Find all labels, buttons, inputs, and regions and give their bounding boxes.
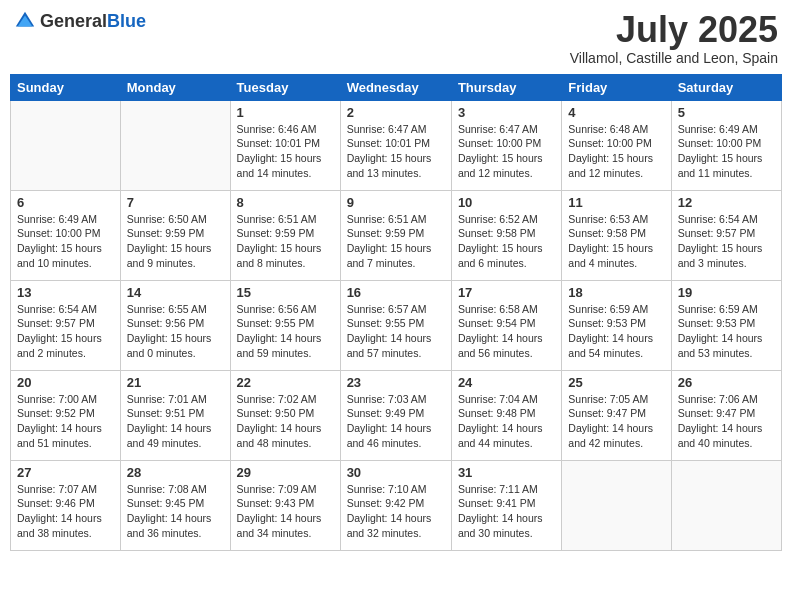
- daylight-text: Daylight: 14 hours and 34 minutes.: [237, 511, 334, 540]
- daylight-text: Daylight: 15 hours and 9 minutes.: [127, 241, 224, 270]
- sunrise-text: Sunrise: 6:47 AM: [347, 122, 445, 137]
- day-info: Sunrise: 6:51 AMSunset: 9:59 PMDaylight:…: [347, 212, 445, 271]
- daylight-text: Daylight: 14 hours and 53 minutes.: [678, 331, 775, 360]
- calendar-cell: 17Sunrise: 6:58 AMSunset: 9:54 PMDayligh…: [451, 280, 561, 370]
- daylight-text: Daylight: 14 hours and 30 minutes.: [458, 511, 555, 540]
- calendar-cell: 30Sunrise: 7:10 AMSunset: 9:42 PMDayligh…: [340, 460, 451, 550]
- day-number: 8: [237, 195, 334, 210]
- sunrise-text: Sunrise: 7:01 AM: [127, 392, 224, 407]
- weekday-header: Wednesday: [340, 74, 451, 100]
- sunrise-text: Sunrise: 6:48 AM: [568, 122, 664, 137]
- calendar-cell: 22Sunrise: 7:02 AMSunset: 9:50 PMDayligh…: [230, 370, 340, 460]
- sunset-text: Sunset: 9:48 PM: [458, 406, 555, 421]
- weekday-header: Saturday: [671, 74, 781, 100]
- sunset-text: Sunset: 9:54 PM: [458, 316, 555, 331]
- daylight-text: Daylight: 14 hours and 36 minutes.: [127, 511, 224, 540]
- calendar-cell: 25Sunrise: 7:05 AMSunset: 9:47 PMDayligh…: [562, 370, 671, 460]
- weekday-header-row: SundayMondayTuesdayWednesdayThursdayFrid…: [11, 74, 782, 100]
- day-number: 23: [347, 375, 445, 390]
- daylight-text: Daylight: 14 hours and 48 minutes.: [237, 421, 334, 450]
- logo-icon: [14, 10, 36, 32]
- calendar-cell: [562, 460, 671, 550]
- calendar-table: SundayMondayTuesdayWednesdayThursdayFrid…: [10, 74, 782, 551]
- day-info: Sunrise: 7:05 AMSunset: 9:47 PMDaylight:…: [568, 392, 664, 451]
- sunrise-text: Sunrise: 6:52 AM: [458, 212, 555, 227]
- day-number: 27: [17, 465, 114, 480]
- calendar-cell: 18Sunrise: 6:59 AMSunset: 9:53 PMDayligh…: [562, 280, 671, 370]
- weekday-header: Friday: [562, 74, 671, 100]
- calendar-cell: 4Sunrise: 6:48 AMSunset: 10:00 PMDayligh…: [562, 100, 671, 190]
- daylight-text: Daylight: 15 hours and 4 minutes.: [568, 241, 664, 270]
- sunrise-text: Sunrise: 6:58 AM: [458, 302, 555, 317]
- sunrise-text: Sunrise: 6:51 AM: [237, 212, 334, 227]
- sunset-text: Sunset: 9:49 PM: [347, 406, 445, 421]
- sunset-text: Sunset: 9:46 PM: [17, 496, 114, 511]
- sunset-text: Sunset: 10:01 PM: [347, 136, 445, 151]
- calendar-cell: 15Sunrise: 6:56 AMSunset: 9:55 PMDayligh…: [230, 280, 340, 370]
- day-number: 7: [127, 195, 224, 210]
- daylight-text: Daylight: 14 hours and 49 minutes.: [127, 421, 224, 450]
- sunset-text: Sunset: 9:53 PM: [568, 316, 664, 331]
- calendar-cell: 31Sunrise: 7:11 AMSunset: 9:41 PMDayligh…: [451, 460, 561, 550]
- calendar-cell: 14Sunrise: 6:55 AMSunset: 9:56 PMDayligh…: [120, 280, 230, 370]
- sunrise-text: Sunrise: 6:50 AM: [127, 212, 224, 227]
- sunrise-text: Sunrise: 7:07 AM: [17, 482, 114, 497]
- day-info: Sunrise: 7:00 AMSunset: 9:52 PMDaylight:…: [17, 392, 114, 451]
- daylight-text: Daylight: 15 hours and 13 minutes.: [347, 151, 445, 180]
- calendar-cell: 10Sunrise: 6:52 AMSunset: 9:58 PMDayligh…: [451, 190, 561, 280]
- sunset-text: Sunset: 9:58 PM: [568, 226, 664, 241]
- calendar-cell: 3Sunrise: 6:47 AMSunset: 10:00 PMDayligh…: [451, 100, 561, 190]
- calendar-cell: 2Sunrise: 6:47 AMSunset: 10:01 PMDayligh…: [340, 100, 451, 190]
- sunset-text: Sunset: 9:42 PM: [347, 496, 445, 511]
- day-info: Sunrise: 6:54 AMSunset: 9:57 PMDaylight:…: [17, 302, 114, 361]
- sunset-text: Sunset: 9:55 PM: [237, 316, 334, 331]
- day-info: Sunrise: 6:56 AMSunset: 9:55 PMDaylight:…: [237, 302, 334, 361]
- sunrise-text: Sunrise: 6:49 AM: [678, 122, 775, 137]
- day-number: 22: [237, 375, 334, 390]
- daylight-text: Daylight: 15 hours and 3 minutes.: [678, 241, 775, 270]
- day-number: 31: [458, 465, 555, 480]
- sunrise-text: Sunrise: 6:55 AM: [127, 302, 224, 317]
- sunrise-text: Sunrise: 7:06 AM: [678, 392, 775, 407]
- calendar-cell: 20Sunrise: 7:00 AMSunset: 9:52 PMDayligh…: [11, 370, 121, 460]
- daylight-text: Daylight: 15 hours and 8 minutes.: [237, 241, 334, 270]
- day-number: 21: [127, 375, 224, 390]
- sunset-text: Sunset: 9:41 PM: [458, 496, 555, 511]
- daylight-text: Daylight: 14 hours and 44 minutes.: [458, 421, 555, 450]
- day-number: 19: [678, 285, 775, 300]
- day-number: 10: [458, 195, 555, 210]
- sunset-text: Sunset: 9:55 PM: [347, 316, 445, 331]
- calendar-cell: 13Sunrise: 6:54 AMSunset: 9:57 PMDayligh…: [11, 280, 121, 370]
- day-info: Sunrise: 6:49 AMSunset: 10:00 PMDaylight…: [678, 122, 775, 181]
- daylight-text: Daylight: 15 hours and 7 minutes.: [347, 241, 445, 270]
- calendar-cell: [120, 100, 230, 190]
- day-info: Sunrise: 7:09 AMSunset: 9:43 PMDaylight:…: [237, 482, 334, 541]
- day-info: Sunrise: 6:59 AMSunset: 9:53 PMDaylight:…: [568, 302, 664, 361]
- day-info: Sunrise: 6:52 AMSunset: 9:58 PMDaylight:…: [458, 212, 555, 271]
- weekday-header: Tuesday: [230, 74, 340, 100]
- weekday-header: Thursday: [451, 74, 561, 100]
- sunrise-text: Sunrise: 6:49 AM: [17, 212, 114, 227]
- calendar-cell: 19Sunrise: 6:59 AMSunset: 9:53 PMDayligh…: [671, 280, 781, 370]
- sunset-text: Sunset: 9:57 PM: [17, 316, 114, 331]
- sunset-text: Sunset: 9:58 PM: [458, 226, 555, 241]
- sunset-text: Sunset: 9:51 PM: [127, 406, 224, 421]
- day-number: 28: [127, 465, 224, 480]
- daylight-text: Daylight: 14 hours and 51 minutes.: [17, 421, 114, 450]
- week-row: 13Sunrise: 6:54 AMSunset: 9:57 PMDayligh…: [11, 280, 782, 370]
- daylight-text: Daylight: 14 hours and 59 minutes.: [237, 331, 334, 360]
- sunrise-text: Sunrise: 6:47 AM: [458, 122, 555, 137]
- calendar-cell: 8Sunrise: 6:51 AMSunset: 9:59 PMDaylight…: [230, 190, 340, 280]
- day-number: 5: [678, 105, 775, 120]
- sunrise-text: Sunrise: 6:46 AM: [237, 122, 334, 137]
- daylight-text: Daylight: 15 hours and 12 minutes.: [568, 151, 664, 180]
- calendar-cell: 29Sunrise: 7:09 AMSunset: 9:43 PMDayligh…: [230, 460, 340, 550]
- sunset-text: Sunset: 9:52 PM: [17, 406, 114, 421]
- sunrise-text: Sunrise: 6:59 AM: [678, 302, 775, 317]
- sunrise-text: Sunrise: 6:57 AM: [347, 302, 445, 317]
- sunrise-text: Sunrise: 6:54 AM: [17, 302, 114, 317]
- sunrise-text: Sunrise: 7:09 AM: [237, 482, 334, 497]
- daylight-text: Daylight: 15 hours and 14 minutes.: [237, 151, 334, 180]
- sunset-text: Sunset: 10:00 PM: [678, 136, 775, 151]
- sunset-text: Sunset: 9:50 PM: [237, 406, 334, 421]
